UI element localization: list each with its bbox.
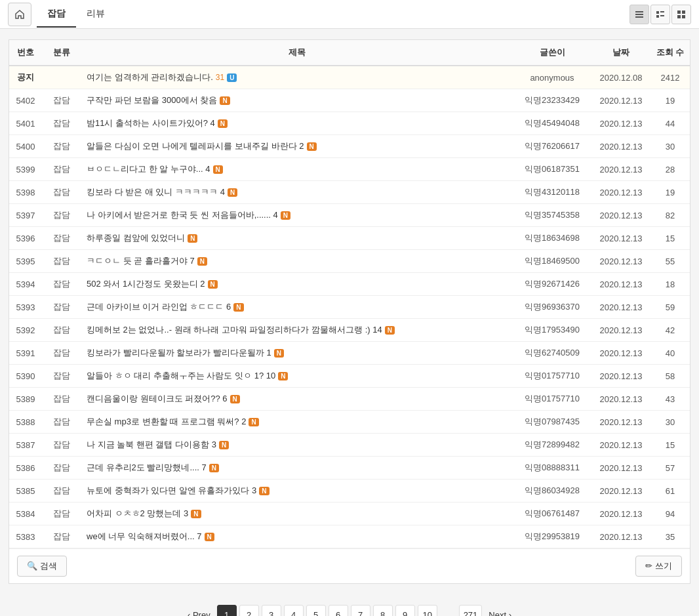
cell-views: 94 [650,503,690,525]
cell-num: 5395 [9,250,42,273]
cell-date: 2020.12.13 [591,135,650,158]
cell-views: 43 [650,388,690,411]
cell-title: 근데 아카이브 이거 라인업 ㅎㄷㄷㄷ 6N [81,296,513,319]
board-container: 번호 분류 제목 글쓴이 날짜 조회 수 공지여기는 엄격하게 관리하겠습니다.… [9,39,690,584]
title-link[interactable]: 무손실 mp3로 변환할 때 프로그램 뭐써? 2 [87,417,246,426]
cell-author: 익명18634698 [513,227,591,250]
cell-num: 5401 [9,112,42,135]
cell-views: 42 [650,319,690,342]
cell-date: 2020.12.13 [591,273,650,296]
cell-num: 5396 [9,227,42,250]
title-link[interactable]: 근데 아카이브 이거 라인업 ㅎㄷㄷㄷ 6 [87,302,231,312]
cell-views: 30 [650,411,690,434]
cell-views: 18 [650,273,690,296]
svg-rect-10 [682,15,685,18]
badge: N [249,418,258,426]
view-list-detail-button[interactable] [629,5,649,24]
badge: N [213,165,223,174]
cell-cat: 잡담 [42,503,81,525]
view-list-button[interactable] [650,5,670,24]
page-button-7[interactable]: 7 [351,605,370,616]
badge: N [205,533,214,541]
cell-title: 알들은 다심이 오면 나에게 텔레파시를 보내주길 바란다 2N [81,135,513,158]
page-button-2[interactable]: 2 [239,605,259,616]
cell-author: 익명86034928 [513,480,591,503]
cell-title: 캔디음울이랑 원테이크도 퍼졌어?? 6N [81,388,513,411]
next-page-button[interactable]: Next › [485,605,515,616]
table-row: 5401잡담밤11시 출석하는 사이트가있어? 4N익명454940482020… [9,112,690,135]
prev-page-button[interactable]: ‹ Prev [184,605,214,616]
title-link[interactable]: 502 와서 1시간정도 웃왔는디 2 [87,279,205,289]
title-link[interactable]: 캔디음울이랑 원테이크도 퍼졌어?? 6 [87,394,228,403]
title-link[interactable]: 하루종일 컴앞에 있었더니 [87,233,185,243]
title-link[interactable]: ㅂㅇㄷㄴ리다고 한 알 누구야... 4 [87,164,210,174]
page-button-6[interactable]: 6 [329,605,348,616]
search-button[interactable]: 🔍 검색 [17,556,67,577]
title-link[interactable]: 알들아 ㅎㅇ 대리 추출해ㅜ주는 사람도 잇ㅇ 1? 10 [87,371,275,380]
table-row: 5402잡담구작만 파던 보람을 3000에서 찾음N익명23233429202… [9,89,690,112]
title-link[interactable]: 뉴토에 중혁좌가 있다면 알엔 유흘좌가있다 3 [87,485,256,495]
table-row: 5400잡담알들은 다심이 오면 나에게 텔레파시를 보내주길 바란다 2N익명… [9,135,690,158]
title-link[interactable]: 킹메허보 2는 없었나..- 원래 하나래 고마워 파일정리하다가 깜물해서그랭… [87,325,382,335]
view-grid-button[interactable] [671,5,691,24]
pagination-ellipsis: … [440,605,456,616]
home-button[interactable] [8,3,31,26]
cell-views: 19 [650,181,690,204]
cell-cat: 잡담 [42,365,81,388]
table-row: 5383잡담we에 너무 익숙해져버렸어... 7N익명299538192020… [9,525,690,548]
table-row: 5396잡담하루종일 컴앞에 있었더니N익명186346982020.12.13… [9,227,690,250]
cell-date: 2020.12.13 [591,342,650,365]
title-link[interactable]: 밤11시 출석하는 사이트가있어? 4 [87,118,215,128]
table-row: 공지여기는 엄격하게 관리하겠습니다.31Uanonymous2020.12.0… [9,66,690,89]
page-button-10[interactable]: 10 [418,605,437,616]
col-header-num: 번호 [9,40,42,66]
title-link[interactable]: 킹보라가 빨리다운될까 할보라가 빨리다운될까 1 [87,348,271,358]
cell-num: 5386 [9,457,42,480]
cell-title: ㅂㅇㄷㄴ리다고 한 알 누구야... 4N [81,158,513,181]
cell-date: 2020.12.13 [591,525,650,548]
title-link[interactable]: we에 너무 익숙해져버렸어... 7 [87,531,202,541]
title-link[interactable]: 여기는 엄격하게 관리하겠습니다. [87,72,213,82]
badge: N [281,211,290,220]
page-button-4[interactable]: 4 [284,605,304,616]
page-button-1[interactable]: 1 [217,605,237,616]
cell-num: 5387 [9,434,42,457]
cell-num: 5394 [9,273,42,296]
cell-views: 19 [650,89,690,112]
cell-cat: 잡담 [42,411,81,434]
svg-rect-0 [635,11,643,12]
cell-title: 근데 유추리2도 빨리망했네.... 7N [81,457,513,480]
title-link[interactable]: 알들은 다심이 오면 나에게 텔레파시를 보내주길 바란다 2 [87,141,304,151]
page-button-9[interactable]: 9 [395,605,415,616]
title-link[interactable]: 킹보라 다 받은 애 있니 ㅋㅋㅋㅋㅋ 4 [87,187,225,197]
badge: N [230,395,240,403]
badge: N [208,280,218,289]
cell-title: 502 와서 1시간정도 웃왔는디 2N [81,273,513,296]
cell-title: 킹보라가 빨리다운될까 할보라가 빨리다운될까 1N [81,342,513,365]
cell-date: 2020.12.13 [591,158,650,181]
tab-잡담[interactable]: 잡담 [37,1,76,28]
cell-cat [42,66,81,89]
svg-rect-6 [660,15,664,16]
write-button[interactable]: ✏ 쓰기 [635,556,682,577]
title-link[interactable]: ㅋㄷㅇㄴ 듯 곧 흘라흘거야 7 [87,256,195,266]
title-link[interactable]: 나 지금 놀북 핸편 갤탭 다이용함 3 [87,440,216,449]
title-link[interactable]: 근데 유추리2도 빨리망했네.... 7 [87,462,207,472]
col-header-views: 조회 수 [650,40,690,66]
last-page-button[interactable]: 271 [459,605,483,616]
title-link[interactable]: 나 아키에서 받은거로 한국 듯 씬 저음들어바,...... 4 [87,210,278,220]
cell-title: ㅋㄷㅇㄴ 듯 곧 흘라흘거야 7N [81,250,513,273]
cell-date: 2020.12.13 [591,457,650,480]
tab-리뷰[interactable]: 리뷰 [76,1,115,28]
page-button-8[interactable]: 8 [373,605,393,616]
cell-date: 2020.12.13 [591,480,650,503]
title-link[interactable]: 어차피 ㅇㅊㅎ2 망했는데 3 [87,508,188,518]
page-button-5[interactable]: 5 [306,605,326,616]
table-row: 5397잡담나 아키에서 받은거로 한국 듯 씬 저음들어바,...... 4N… [9,204,690,227]
cell-cat: 잡담 [42,250,81,273]
cell-cat: 잡담 [42,319,81,342]
page-button-3[interactable]: 3 [262,605,281,616]
cell-date: 2020.12.13 [591,204,650,227]
cell-views: 58 [650,365,690,388]
title-link[interactable]: 구작만 파던 보람을 3000에서 찾음 [87,95,217,105]
